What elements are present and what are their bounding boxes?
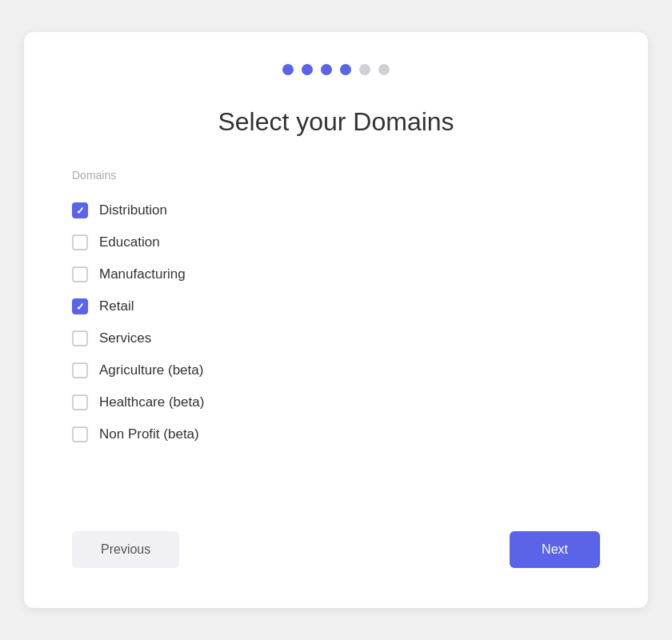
footer: Previous Next — [72, 531, 600, 568]
checkbox-label: Manufacturing — [99, 266, 186, 282]
next-button[interactable]: Next — [510, 531, 600, 568]
progress-dot-1 — [282, 64, 294, 75]
page-title: Select your Domains — [72, 107, 600, 137]
checkbox-item[interactable]: ✓Distribution — [72, 194, 600, 226]
checkbox-label: Healthcare (beta) — [99, 394, 204, 410]
progress-dot-2 — [302, 64, 313, 75]
progress-dots — [72, 64, 600, 75]
progress-dot-5 — [359, 64, 370, 75]
checkbox-box[interactable]: ✓ — [72, 298, 88, 314]
checkbox-box[interactable] — [72, 362, 88, 378]
checkbox-label: Distribution — [99, 202, 167, 218]
domains-label: Domains — [72, 169, 600, 182]
checkbox-item[interactable]: Non Profit (beta) — [72, 418, 600, 450]
checkbox-item[interactable]: ✓Retail — [72, 290, 600, 322]
checkbox-item[interactable]: Manufacturing — [72, 258, 600, 290]
previous-button[interactable]: Previous — [72, 531, 179, 568]
checkbox-item[interactable]: Healthcare (beta) — [72, 386, 600, 418]
wizard-card: Select your Domains Domains ✓Distributio… — [24, 32, 648, 608]
checkbox-box[interactable] — [72, 266, 88, 282]
checkbox-box[interactable] — [72, 330, 88, 346]
checkbox-box[interactable]: ✓ — [72, 202, 88, 218]
checkbox-label: Agriculture (beta) — [99, 362, 203, 378]
progress-dot-4 — [340, 64, 351, 75]
progress-dot-3 — [321, 64, 332, 75]
checkbox-box[interactable] — [72, 394, 88, 410]
checkbox-label: Non Profit (beta) — [99, 426, 199, 442]
checkbox-item[interactable]: Services — [72, 322, 600, 354]
checkbox-list: ✓DistributionEducationManufacturing✓Reta… — [72, 194, 600, 499]
checkbox-box[interactable] — [72, 234, 88, 250]
checkbox-label: Education — [99, 234, 160, 250]
progress-dot-6 — [378, 64, 390, 75]
checkbox-item[interactable]: Education — [72, 226, 600, 258]
checkbox-item[interactable]: Agriculture (beta) — [72, 354, 600, 386]
checkbox-label: Retail — [99, 298, 134, 314]
checkmark-icon: ✓ — [76, 206, 85, 216]
checkbox-box[interactable] — [72, 426, 88, 442]
checkmark-icon: ✓ — [76, 302, 85, 312]
checkbox-label: Services — [99, 330, 151, 346]
